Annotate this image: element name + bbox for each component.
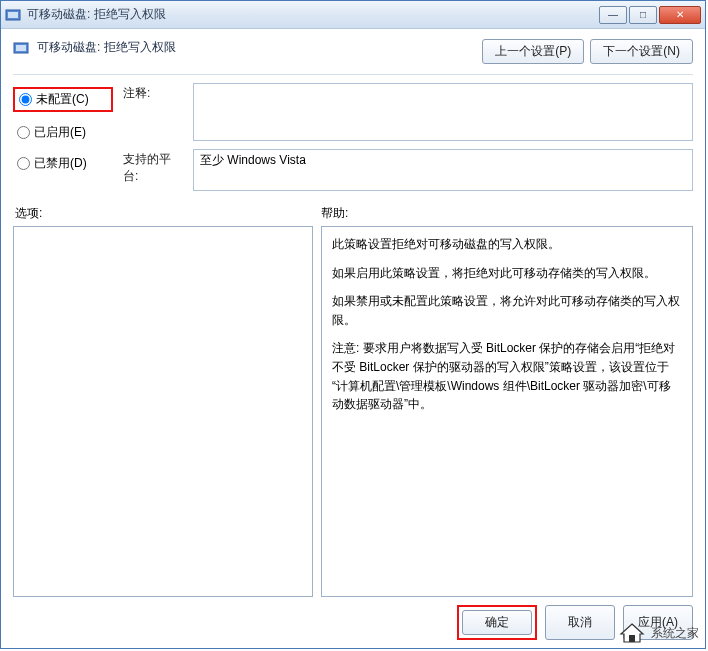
- ok-highlight: 确定: [457, 605, 537, 640]
- comment-label: 注释:: [123, 83, 185, 141]
- platform-value: 至少 Windows Vista: [200, 153, 306, 167]
- radio-disabled-input[interactable]: [17, 157, 30, 170]
- help-paragraph: 如果禁用或未配置此策略设置，将允许对此可移动存储类的写入权限。: [332, 292, 682, 329]
- divider: [13, 74, 693, 75]
- radio-disabled[interactable]: 已禁用(D): [13, 153, 113, 174]
- svg-rect-3: [16, 45, 26, 51]
- options-label: 选项:: [13, 205, 313, 222]
- titlebar[interactable]: 可移动磁盘: 拒绝写入权限 — □ ✕: [1, 1, 705, 29]
- close-button[interactable]: ✕: [659, 6, 701, 24]
- minimize-button[interactable]: —: [599, 6, 627, 24]
- policy-title: 可移动磁盘: 拒绝写入权限: [37, 39, 474, 56]
- radio-label: 未配置(C): [36, 91, 89, 108]
- cancel-button[interactable]: 取消: [545, 605, 615, 640]
- state-radios: 未配置(C) 已启用(E) 已禁用(D): [13, 83, 113, 191]
- panels: 此策略设置拒绝对可移动磁盘的写入权限。 如果启用此策略设置，将拒绝对此可移动存储…: [13, 226, 693, 597]
- platform-label: 支持的平台:: [123, 149, 185, 191]
- previous-setting-button[interactable]: 上一个设置(P): [482, 39, 584, 64]
- radio-not-configured-input[interactable]: [19, 93, 32, 106]
- ok-button[interactable]: 确定: [462, 610, 532, 635]
- options-panel[interactable]: [13, 226, 313, 597]
- radio-enabled[interactable]: 已启用(E): [13, 122, 113, 143]
- footer: 确定 取消 应用(A): [13, 597, 693, 640]
- help-paragraph: 注意: 要求用户将数据写入受 BitLocker 保护的存储会启用“拒绝对不受 …: [332, 339, 682, 413]
- apply-button[interactable]: 应用(A): [623, 605, 693, 640]
- help-paragraph: 此策略设置拒绝对可移动磁盘的写入权限。: [332, 235, 682, 254]
- next-setting-button[interactable]: 下一个设置(N): [590, 39, 693, 64]
- right-column: 注释: 支持的平台: 至少 Windows Vista: [123, 83, 693, 191]
- window-controls: — □ ✕: [599, 6, 701, 24]
- help-panel[interactable]: 此策略设置拒绝对可移动磁盘的写入权限。 如果启用此策略设置，将拒绝对此可移动存储…: [321, 226, 693, 597]
- help-label: 帮助:: [313, 205, 693, 222]
- policy-icon: [5, 7, 21, 23]
- policy-icon: [13, 40, 29, 56]
- help-paragraph: 如果启用此策略设置，将拒绝对此可移动存储类的写入权限。: [332, 264, 682, 283]
- radio-not-configured[interactable]: 未配置(C): [13, 87, 113, 112]
- maximize-button[interactable]: □: [629, 6, 657, 24]
- radio-label: 已启用(E): [34, 124, 86, 141]
- svg-rect-1: [8, 12, 18, 18]
- header-row: 可移动磁盘: 拒绝写入权限 上一个设置(P) 下一个设置(N): [13, 39, 693, 64]
- nav-buttons: 上一个设置(P) 下一个设置(N): [482, 39, 693, 64]
- policy-editor-window: 可移动磁盘: 拒绝写入权限 — □ ✕ 可移动磁盘: 拒绝写入权限 上一个设置(…: [0, 0, 706, 649]
- config-row: 未配置(C) 已启用(E) 已禁用(D) 注释: 支持的平台: 至少 Windo…: [13, 83, 693, 191]
- supported-platform-box: 至少 Windows Vista: [193, 149, 693, 191]
- radio-enabled-input[interactable]: [17, 126, 30, 139]
- window-title: 可移动磁盘: 拒绝写入权限: [27, 6, 599, 23]
- window-body: 可移动磁盘: 拒绝写入权限 上一个设置(P) 下一个设置(N) 未配置(C) 已…: [1, 29, 705, 648]
- comment-input[interactable]: [193, 83, 693, 141]
- section-labels: 选项: 帮助:: [13, 205, 693, 222]
- radio-label: 已禁用(D): [34, 155, 87, 172]
